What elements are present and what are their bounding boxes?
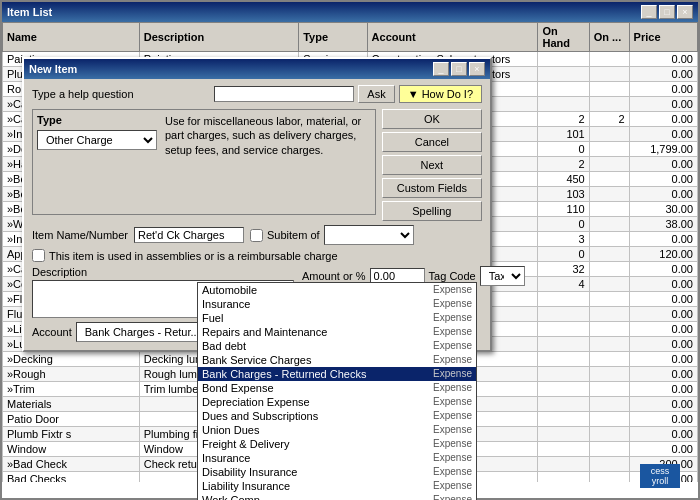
account-type: Expense [433, 368, 472, 380]
cell-price: 0.00 [629, 307, 697, 322]
account-type: Expense [433, 312, 472, 324]
ask-button[interactable]: Ask [358, 85, 394, 103]
item-name-label: Item Name/Number [32, 229, 128, 241]
ok-button[interactable]: OK [382, 109, 482, 129]
account-name: Bank Service Charges [202, 354, 433, 366]
help-input[interactable] [214, 86, 354, 102]
main-window: Item List _ □ × Name Description Type Ac… [0, 0, 700, 500]
cell-on [589, 247, 629, 262]
account-name: Depreciation Expense [202, 396, 433, 408]
cell-on [589, 322, 629, 337]
account-type: Expense [433, 494, 472, 500]
account-popup-item[interactable]: Depreciation ExpenseExpense [198, 395, 476, 409]
col-header-name[interactable]: Name [3, 23, 140, 52]
cell-price: 120.00 [629, 247, 697, 262]
col-header-on[interactable]: On ... [589, 23, 629, 52]
cell-price: 0.00 [629, 52, 697, 67]
cell-on [589, 67, 629, 82]
close-button[interactable]: × [677, 5, 693, 19]
subitem-label: Subitem of [267, 229, 320, 241]
account-popup-item[interactable]: Bank Service ChargesExpense [198, 353, 476, 367]
col-header-price[interactable]: Price [629, 23, 697, 52]
cell-onhand: 2 [538, 112, 589, 127]
cell-onhand [538, 352, 589, 367]
dialog-title-buttons: _ □ × [433, 62, 485, 76]
account-popup-item[interactable]: Liability InsuranceExpense [198, 479, 476, 493]
account-popup-item[interactable]: Repairs and MaintenanceExpense [198, 325, 476, 339]
account-popup-item[interactable]: Bank Charges - Returned ChecksExpense [198, 367, 476, 381]
account-popup-item[interactable]: Freight & DeliveryExpense [198, 437, 476, 451]
subitem-select[interactable] [324, 225, 414, 245]
cell-on: 2 [589, 112, 629, 127]
item-name-input[interactable] [134, 227, 244, 243]
cell-price: 0.00 [629, 352, 697, 367]
cell-on [589, 442, 629, 457]
account-popup-item[interactable]: Disability InsuranceExpense [198, 465, 476, 479]
type-description: Use for miscellaneous labor, material, o… [165, 114, 371, 210]
cell-on [589, 142, 629, 157]
cell-price: 30.00 [629, 202, 697, 217]
help-prompt: Type a help question [32, 88, 134, 100]
cell-onhand [538, 442, 589, 457]
cell-name: Patio Door [3, 412, 140, 427]
cell-price: 0.00 [629, 382, 697, 397]
dialog-maximize-button[interactable]: □ [451, 62, 467, 76]
type-label: Type [37, 114, 157, 126]
custom-fields-button[interactable]: Custom Fields [382, 178, 482, 198]
cell-price: 0.00 [629, 427, 697, 442]
col-header-desc[interactable]: Description [139, 23, 299, 52]
help-bar: Type a help question Ask ▼ How Do I? [32, 85, 482, 103]
cell-onhand: 0 [538, 217, 589, 232]
cell-price: 0.00 [629, 412, 697, 427]
cancel-button[interactable]: Cancel [382, 132, 482, 152]
account-popup-item[interactable]: AutomobileExpense [198, 283, 476, 297]
cell-on [589, 412, 629, 427]
type-select[interactable]: ServiceNon-inventory PartOther ChargeSub… [37, 130, 157, 150]
tag-code-select[interactable]: Tax [480, 266, 525, 286]
cell-on [589, 352, 629, 367]
account-label: Account [32, 326, 72, 338]
account-name: Bond Expense [202, 382, 433, 394]
cell-on [589, 367, 629, 382]
cell-onhand: 32 [538, 262, 589, 277]
account-name: Liability Insurance [202, 480, 433, 492]
next-button[interactable]: Next [382, 155, 482, 175]
account-popup-item[interactable]: InsuranceExpense [198, 297, 476, 311]
cell-onhand [538, 427, 589, 442]
assembly-checkbox[interactable] [32, 249, 45, 262]
col-header-type[interactable]: Type [299, 23, 367, 52]
account-type: Expense [433, 466, 472, 478]
cell-on [589, 472, 629, 483]
account-name: Dues and Subscriptions [202, 410, 433, 422]
col-header-onhand[interactable]: On Hand [538, 23, 589, 52]
dialog-close-button[interactable]: × [469, 62, 485, 76]
account-popup-item[interactable]: Bond ExpenseExpense [198, 381, 476, 395]
cell-on [589, 172, 629, 187]
account-popup-item[interactable]: Bad debtExpense [198, 339, 476, 353]
minimize-button[interactable]: _ [641, 5, 657, 19]
cell-on [589, 127, 629, 142]
account-popup-item[interactable]: Union DuesExpense [198, 423, 476, 437]
cell-name: »Bad Check [3, 457, 140, 472]
spelling-button[interactable]: Spelling [382, 201, 482, 221]
maximize-button[interactable]: □ [659, 5, 675, 19]
assembly-row: This item is used in assemblies or is a … [32, 249, 482, 262]
dialog-minimize-button[interactable]: _ [433, 62, 449, 76]
account-popup-item[interactable]: FuelExpense [198, 311, 476, 325]
account-name: Union Dues [202, 424, 433, 436]
cell-name: Materials [3, 397, 140, 412]
cell-price: 0.00 [629, 127, 697, 142]
cell-price: 0.00 [629, 337, 697, 352]
subitem-checkbox[interactable] [250, 229, 263, 242]
account-name: Freight & Delivery [202, 438, 433, 450]
account-popup-item[interactable]: InsuranceExpense [198, 451, 476, 465]
cell-on [589, 382, 629, 397]
type-section: Type ServiceNon-inventory PartOther Char… [32, 109, 376, 215]
how-do-it-button[interactable]: ▼ How Do I? [399, 85, 482, 103]
account-popup-item[interactable]: Work CompExpense [198, 493, 476, 500]
account-type: Expense [433, 298, 472, 310]
cell-price: 0.00 [629, 397, 697, 412]
cell-onhand [538, 472, 589, 483]
account-popup-item[interactable]: Dues and SubscriptionsExpense [198, 409, 476, 423]
col-header-account[interactable]: Account [367, 23, 538, 52]
